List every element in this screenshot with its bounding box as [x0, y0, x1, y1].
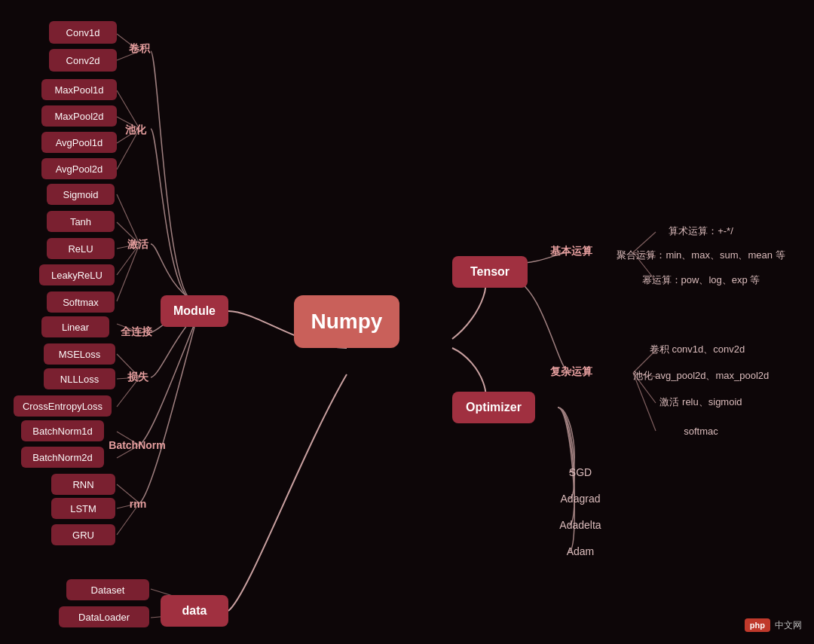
node-conv1d: Conv1d [49, 21, 117, 44]
node-batchnorm1d: BatchNorm1d [21, 420, 104, 441]
node-avgpool2d: AvgPool2d [41, 158, 117, 179]
node-lstm: LSTM [51, 498, 115, 519]
node-adadelta: Adadelta [550, 514, 610, 536]
group-fuza: 复杂运算 [541, 362, 601, 383]
group-quanlianji: 全连接 [112, 322, 161, 343]
node-nllloss: NLLLoss [44, 368, 115, 389]
node-softmac: softmac [610, 420, 791, 441]
node-dataset: Dataset [66, 579, 149, 600]
group-rnn: rnn [119, 493, 157, 514]
node-maxpool2d: MaxPool2d [41, 105, 117, 127]
node-relu: ReLU [47, 238, 115, 259]
node-arithmetic: 算术运算：+-*/ [610, 221, 791, 242]
group-juanji: 卷积 [121, 38, 158, 60]
node-mseloss: MSELoss [44, 343, 115, 365]
node-batchnorm2d: BatchNorm2d [21, 447, 104, 468]
center-node: Numpy [294, 295, 399, 348]
watermark-text: 中文网 [775, 619, 802, 632]
watermark-badge: php [745, 618, 770, 632]
node-conv1d-detail: 卷积 conv1d、conv2d [610, 339, 784, 360]
node-power: 幂运算：pow、log、exp 等 [610, 270, 791, 291]
optimizer-node: Optimizer [452, 392, 535, 423]
module-node: Module [161, 295, 228, 327]
tensor-node: Tensor [452, 256, 528, 288]
node-sigmoid: Sigmoid [47, 184, 115, 205]
node-pool-detail: 池化 avg_pool2d、max_pool2d [610, 365, 791, 386]
node-softmax: Softmax [47, 291, 115, 313]
node-avgpool1d: AvgPool1d [41, 132, 117, 153]
node-linear: Linear [41, 316, 109, 337]
node-crossentropyloss: CrossEntropyLoss [14, 395, 112, 417]
data-node: data [161, 595, 228, 627]
group-sunshi: 损失 [119, 367, 157, 388]
group-jiben: 基本运算 [541, 241, 601, 262]
node-gru: GRU [51, 524, 115, 545]
node-leakyrelu: LeakyReLU [39, 264, 115, 285]
node-adagrad: Adagrad [550, 488, 610, 509]
node-maxpool1d: MaxPool1d [41, 79, 117, 100]
node-rnn: RNN [51, 474, 115, 495]
node-conv2d: Conv2d [49, 49, 117, 72]
group-chihua: 池化 [117, 119, 155, 142]
node-aggregate: 聚合运算：min、max、sum、mean 等 [610, 245, 791, 266]
watermark: php 中文网 [745, 618, 802, 632]
group-batchnorm: BatchNorm [107, 435, 167, 456]
group-jihuo: 激活 [119, 233, 157, 256]
node-tanh: Tanh [47, 211, 115, 232]
node-adam: Adam [550, 541, 610, 562]
node-sgd: SGD [550, 462, 610, 483]
node-dataloader: DataLoader [59, 606, 149, 627]
node-relu-detail: 激活 relu、sigmoid [610, 392, 791, 413]
